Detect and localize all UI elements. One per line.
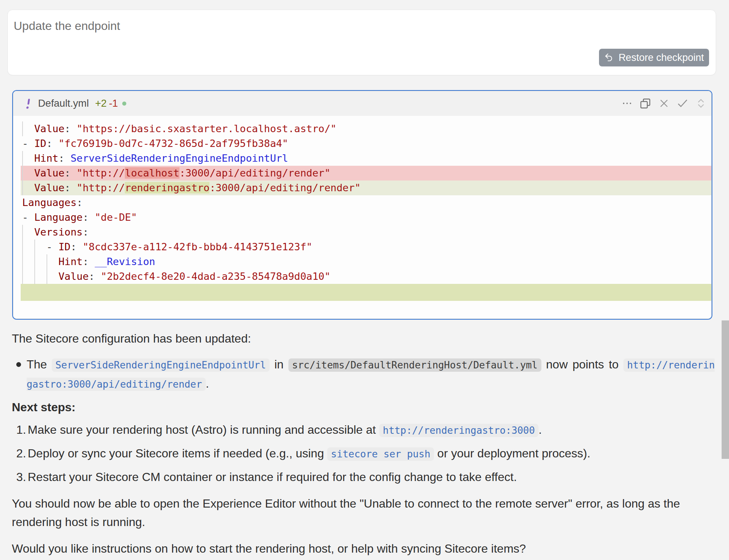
close-icon[interactable] bbox=[657, 97, 670, 110]
indent-guide bbox=[47, 254, 47, 269]
diff-added-empty-block bbox=[21, 284, 712, 301]
code-diff-card: Default.yml +2 -1 Value: "https://basic.… bbox=[12, 90, 712, 320]
diff-line: Hint: ServerSideRenderingEngineEndpointU… bbox=[21, 151, 712, 166]
code-token: Language bbox=[34, 212, 83, 223]
code-token: "http:// bbox=[76, 182, 125, 193]
indent-guide bbox=[22, 269, 23, 284]
diff-filename[interactable]: Default.yml bbox=[38, 97, 89, 109]
code-token: "fc76919b-0d7c-4732-865d-2af795fb38a4" bbox=[58, 138, 288, 149]
next-steps-list: 1.Make sure your rendering host (Astro) … bbox=[12, 420, 716, 486]
summary-list: The ServerSideRenderingEngineEndpointUrl… bbox=[12, 355, 716, 394]
inline-code[interactable]: src/items/DefaultRenderingHost/Default.y… bbox=[288, 358, 541, 372]
user-request-card: Update the endpoint Restore checkpoint bbox=[7, 10, 716, 75]
diff-line: Value: "2b2decf4-8e20-4dad-a235-85478a9d… bbox=[21, 269, 712, 284]
code-token: __Revision bbox=[95, 256, 155, 267]
code-token: : bbox=[71, 241, 83, 252]
next-step-item: 3.Restart your Sitecore CM container or … bbox=[12, 468, 716, 486]
restore-checkpoint-button[interactable]: Restore checkpoint bbox=[599, 49, 709, 66]
code-token: Hint bbox=[58, 256, 82, 267]
more-actions-button[interactable] bbox=[620, 97, 633, 110]
code-token: : bbox=[65, 182, 77, 193]
code-token: "8cdc337e-a112-42fb-bbb4-4143751e123f" bbox=[83, 241, 312, 252]
next-step-item: 2.Deploy or sync your Sitecore items if … bbox=[12, 444, 716, 463]
code-token bbox=[22, 152, 34, 164]
expand-collapse-icon[interactable] bbox=[694, 97, 707, 110]
indent-guide bbox=[34, 240, 35, 254]
indent-guide bbox=[22, 225, 23, 240]
user-request-text: Update the endpoint bbox=[14, 18, 120, 34]
indent-guide bbox=[22, 166, 23, 181]
diff-line: Hint: __Revision bbox=[21, 254, 712, 269]
assistant-response: The Sitecore configuration has been upda… bbox=[0, 329, 729, 560]
diff-added-count: +2 bbox=[95, 97, 107, 109]
indent-guide bbox=[22, 181, 23, 195]
code-token: "de-DE" bbox=[95, 212, 137, 223]
diff-line: Value: "https://basic.sxastarter.localho… bbox=[21, 121, 712, 136]
code-token: - bbox=[22, 212, 34, 223]
restore-checkpoint-label: Restore checkpoint bbox=[619, 52, 704, 63]
code-token: "http:// bbox=[76, 167, 125, 179]
diff-line: - ID: "fc76919b-0d7c-4732-865d-2af795fb3… bbox=[21, 136, 712, 151]
code-token: : bbox=[65, 123, 77, 134]
response-outro: You should now be able to open the Exper… bbox=[12, 494, 716, 531]
indent-guide bbox=[22, 151, 23, 166]
code-token: :3000/api/editing/render" bbox=[179, 167, 331, 179]
code-token: : bbox=[83, 226, 89, 238]
code-token: : bbox=[47, 138, 59, 149]
code-token bbox=[22, 123, 34, 134]
inline-code-link[interactable]: ServerSideRenderingEngineEndpointUrl bbox=[52, 358, 270, 372]
code-token: localhost bbox=[125, 167, 179, 179]
code-token bbox=[22, 182, 34, 193]
indent-guide bbox=[34, 254, 35, 269]
diff-line: - Language: "de-DE" bbox=[21, 210, 712, 225]
code-token: Value bbox=[34, 167, 65, 179]
next-steps-heading: Next steps: bbox=[12, 398, 716, 416]
code-token: : bbox=[89, 271, 101, 282]
diff-line: Languages: bbox=[21, 195, 712, 210]
code-token: renderingastro bbox=[125, 182, 209, 193]
list-number: 1. bbox=[16, 420, 26, 439]
code-token: - bbox=[22, 138, 34, 149]
next-step-item: 1.Make sure your rendering host (Astro) … bbox=[12, 420, 716, 440]
code-token: Value bbox=[34, 123, 65, 134]
code-token: "2b2decf4-8e20-4dad-a235-85478a9d0a10" bbox=[101, 271, 331, 282]
diff-line-added: Value: "http://renderingastro:3000/api/e… bbox=[21, 181, 712, 195]
code-diff-body[interactable]: Value: "https://basic.sxastarter.localho… bbox=[13, 116, 712, 301]
summary-list-item: The ServerSideRenderingEngineEndpointUrl… bbox=[12, 355, 716, 394]
undo-icon bbox=[604, 53, 614, 62]
code-token: ServerSideRenderingEngineEndpointUrl bbox=[71, 152, 288, 164]
code-token bbox=[22, 167, 34, 179]
accept-check-icon[interactable] bbox=[676, 97, 689, 110]
diff-line-removed: Value: "http://localhost:3000/api/editin… bbox=[21, 166, 712, 181]
code-token: Value bbox=[58, 271, 89, 282]
list-number: 3. bbox=[16, 468, 26, 486]
diff-line: Versions: bbox=[21, 225, 712, 240]
code-token: : bbox=[76, 197, 82, 208]
code-token: "https://basic.sxastarter.localhost.astr… bbox=[76, 123, 336, 134]
code-token: : bbox=[83, 256, 95, 267]
diff-toolbar bbox=[620, 97, 707, 110]
code-token bbox=[22, 226, 34, 238]
code-token: Languages bbox=[22, 197, 76, 208]
copy-icon[interactable] bbox=[639, 97, 652, 110]
modified-dot-icon bbox=[122, 102, 126, 106]
indent-guide bbox=[22, 254, 23, 269]
code-token: : bbox=[58, 152, 71, 164]
response-question: Would you like instructions on how to st… bbox=[12, 539, 716, 558]
indent-guide bbox=[22, 240, 23, 254]
code-token: : bbox=[83, 212, 95, 223]
diff-removed-count: -1 bbox=[109, 97, 118, 109]
scrollbar-thumb[interactable] bbox=[722, 320, 729, 459]
diff-line: - ID: "8cdc337e-a112-42fb-bbb4-4143751e1… bbox=[21, 240, 712, 254]
code-token: ID bbox=[34, 138, 47, 149]
code-token bbox=[22, 256, 58, 267]
response-intro: The Sitecore configuration has been upda… bbox=[12, 329, 716, 348]
code-token: : bbox=[65, 167, 77, 179]
inline-code-link[interactable]: sitecore ser push bbox=[327, 447, 434, 461]
code-token: Versions bbox=[34, 226, 83, 238]
inline-code-link[interactable]: http://renderingastro:3000 bbox=[379, 424, 539, 437]
code-token: Hint bbox=[34, 152, 58, 164]
code-token: Value bbox=[34, 182, 65, 193]
indent-guide bbox=[22, 121, 23, 136]
code-diff-header: Default.yml +2 -1 bbox=[13, 91, 712, 116]
